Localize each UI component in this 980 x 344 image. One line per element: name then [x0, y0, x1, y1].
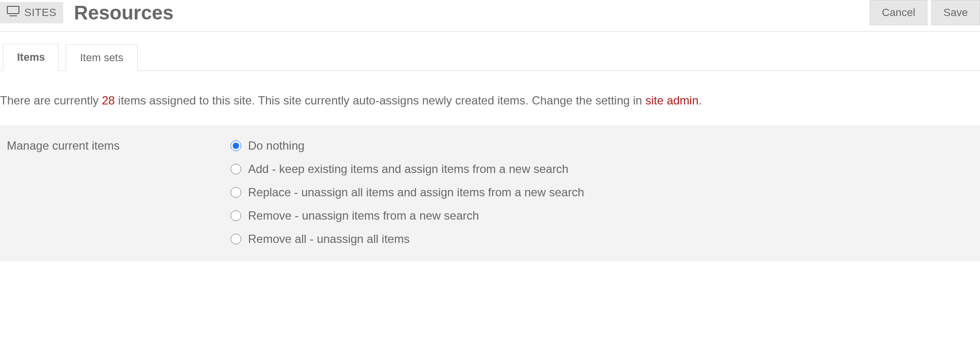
radio-row-replace: Replace - unassign all items and assign … [231, 186, 584, 199]
manage-panel: Manage current items Do nothing Add - ke… [0, 125, 980, 261]
breadcrumb-label: SITES [24, 6, 56, 19]
radio-label-remove[interactable]: Remove - unassign items from a new searc… [248, 209, 479, 223]
radio-row-remove-all: Remove all - unassign all items [231, 232, 584, 246]
manage-label: Manage current items [7, 139, 231, 246]
radio-do-nothing[interactable] [231, 140, 241, 151]
monitor-icon [7, 6, 24, 19]
radio-label-add[interactable]: Add - keep existing items and assign ite… [248, 162, 569, 176]
radio-label-replace[interactable]: Replace - unassign all items and assign … [248, 186, 584, 199]
tab-item-sets[interactable]: Item sets [66, 44, 137, 71]
radio-row-do-nothing: Do nothing [231, 139, 584, 153]
page-title: Resources [74, 2, 174, 24]
page-header: SITES Resources Cancel Save [0, 0, 980, 32]
tab-items[interactable]: Items [3, 44, 59, 71]
radio-add[interactable] [231, 164, 241, 174]
info-suffix: . [698, 94, 702, 107]
radio-replace[interactable] [231, 187, 241, 198]
info-middle: items assigned to this site. This site c… [115, 94, 645, 107]
radio-label-do-nothing[interactable]: Do nothing [248, 139, 304, 153]
save-button[interactable]: Save [931, 0, 980, 25]
tabs: Items Item sets [0, 43, 980, 71]
radio-remove[interactable] [231, 210, 241, 221]
breadcrumb-sites[interactable]: SITES [0, 2, 63, 23]
radio-label-remove-all[interactable]: Remove all - unassign all items [248, 232, 410, 246]
assignment-info: There are currently 28 items assigned to… [0, 92, 980, 109]
manage-radio-group: Do nothing Add - keep existing items and… [231, 139, 584, 246]
radio-remove-all[interactable] [231, 234, 241, 244]
radio-row-add: Add - keep existing items and assign ite… [231, 162, 584, 176]
svg-rect-0 [7, 6, 19, 14]
cancel-button[interactable]: Cancel [870, 0, 927, 25]
item-count: 28 [102, 94, 115, 107]
radio-row-remove: Remove - unassign items from a new searc… [231, 209, 584, 223]
site-admin-link[interactable]: site admin [645, 94, 698, 107]
info-prefix: There are currently [0, 94, 102, 107]
